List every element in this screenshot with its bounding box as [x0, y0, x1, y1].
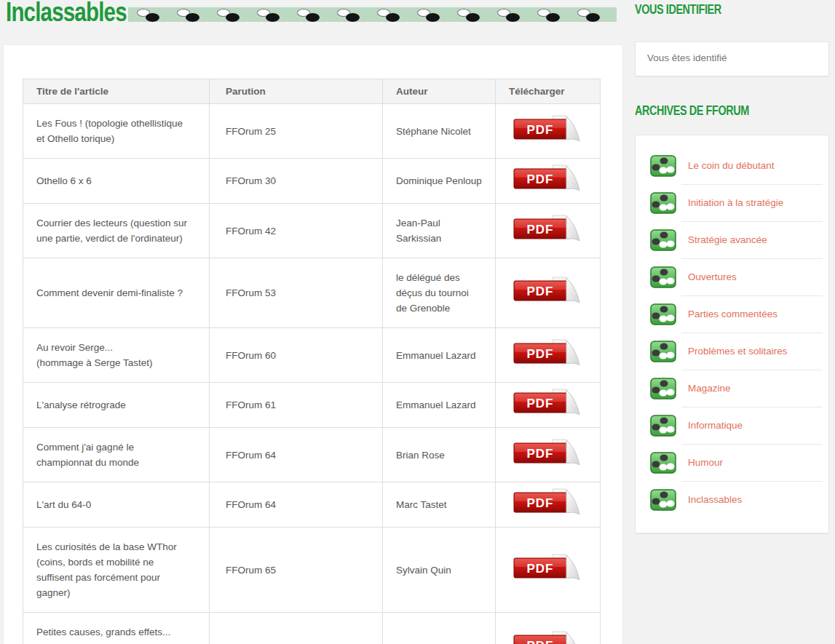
svg-text:PDF: PDF: [527, 347, 554, 361]
archives-list-item[interactable]: Problèmes et solitaires: [650, 333, 828, 370]
archives-list-item[interactable]: Humour: [650, 444, 828, 481]
article-title-cell: Courrier des lecteurs (question sur une …: [23, 204, 210, 258]
othello-board-icon: [650, 415, 676, 437]
othello-discs-strip: [128, 7, 617, 22]
archives-title: ARCHIVES DE FFORUM: [635, 103, 749, 119]
archives-list-item[interactable]: Inclassables: [650, 481, 828, 518]
pdf-file-icon: PDF: [513, 338, 582, 369]
article-parution-cell: FFOrum 61: [210, 383, 383, 428]
svg-text:PDF: PDF: [527, 447, 554, 461]
othello-disc-pair-icon: [257, 7, 282, 22]
pdf-download-button[interactable]: PDF: [513, 213, 582, 245]
archives-link[interactable]: Initiation à la stratégie: [688, 197, 783, 208]
othello-disc-pair-icon: [537, 7, 562, 22]
article-parution-cell: FFOrum 64: [210, 482, 383, 528]
othello-disc-pair-icon: [297, 7, 322, 22]
article-parution-cell: FFOrum 42: [210, 204, 383, 258]
table-row: L'analyse rétrograde FFOrum 61 Emmanuel …: [23, 383, 601, 428]
svg-text:PDF: PDF: [527, 496, 554, 510]
othello-board-icon: [650, 378, 676, 399]
article-author-cell: Marc Tastet: [383, 613, 496, 644]
article-title-cell: Comment devenir demi-finaliste ?: [23, 258, 210, 328]
table-row: Courrier des lecteurs (question sur une …: [23, 204, 601, 258]
article-author-cell: Jean-Paul Sarkissian: [383, 204, 496, 258]
archives-list-item[interactable]: Le coin du débutant: [650, 147, 828, 184]
archives-list-item[interactable]: Initiation à la stratégie: [650, 184, 828, 221]
article-parution-cell: FFOrum 65: [210, 613, 383, 644]
col-header-titre: Titre de l'article: [23, 79, 210, 104]
article-download-cell: PDF: [496, 613, 601, 644]
svg-text:PDF: PDF: [527, 639, 554, 644]
archives-link[interactable]: Ouvertures: [688, 271, 737, 282]
article-parution-cell: FFOrum 53: [210, 258, 383, 328]
article-parution-cell: FFOrum 60: [210, 328, 383, 383]
othello-disc-pair-icon: [137, 7, 162, 22]
article-title-cell: L'art du 64-0: [23, 482, 210, 528]
articles-table: Titre de l'article Parution Auteur Téléc…: [23, 79, 601, 644]
othello-board-icon: [650, 341, 676, 362]
othello-disc-pair-icon: [417, 7, 442, 22]
page-title: Inclassables: [6, 0, 127, 28]
archives-link[interactable]: Informatique: [688, 420, 743, 431]
othello-board-icon: [650, 489, 676, 511]
table-header-row: Titre de l'article Parution Auteur Téléc…: [23, 79, 601, 104]
othello-disc-pair-icon: [177, 7, 202, 22]
pdf-download-button[interactable]: PDF: [513, 629, 582, 644]
table-row: Petites causes, grands effets... (Un tou…: [23, 613, 601, 644]
table-row: Comment j'ai gagné le championnat du mon…: [23, 428, 601, 482]
article-author-cell: le délégué des déçus du tournoi de Greno…: [383, 258, 496, 328]
othello-disc-pair-icon: [217, 7, 242, 22]
identify-title: VOUS IDENTIFIER: [635, 1, 721, 17]
svg-text:PDF: PDF: [527, 397, 554, 410]
othello-disc-pair-icon: [497, 7, 522, 22]
archives-link[interactable]: Stratégie avancée: [688, 234, 767, 245]
article-download-cell: PDF: [496, 383, 601, 428]
article-parution-cell: FFOrum 25: [210, 104, 383, 159]
pdf-download-button[interactable]: PDF: [513, 163, 582, 194]
article-download-cell: PDF: [496, 204, 601, 258]
archives-link[interactable]: Inclassables: [688, 494, 742, 505]
pdf-download-button[interactable]: PDF: [513, 387, 582, 418]
pdf-download-button[interactable]: PDF: [513, 275, 582, 306]
article-author-cell: Marc Tastet: [383, 482, 496, 528]
article-author-cell: Emmanuel Lazard: [383, 383, 496, 428]
table-row: Les Fous ! (topologie othellistique et O…: [23, 104, 601, 159]
pdf-download-button[interactable]: PDF: [513, 552, 582, 584]
archives-link[interactable]: Magazine: [688, 383, 731, 394]
article-title-cell: Comment j'ai gagné le championnat du mon…: [23, 428, 210, 482]
archives-link[interactable]: Problèmes et solitaires: [688, 346, 788, 357]
archives-link[interactable]: Parties commentées: [688, 309, 777, 319]
archives-list-item[interactable]: Magazine: [650, 370, 828, 407]
page-root: Inclassables Titre de l'article Parution…: [0, 0, 835, 644]
pdf-download-button[interactable]: PDF: [513, 487, 582, 518]
col-header-parution: Parution: [210, 79, 383, 104]
col-header-telecharger: Télécharger: [496, 79, 601, 104]
svg-text:PDF: PDF: [527, 123, 554, 137]
othello-board-icon: [650, 229, 676, 251]
archives-list-item[interactable]: Ouvertures: [650, 258, 828, 295]
pdf-file-icon: PDF: [513, 437, 582, 469]
articles-table-body: Les Fous ! (topologie othellistique et O…: [23, 104, 601, 644]
pdf-download-button[interactable]: PDF: [513, 114, 582, 145]
article-download-cell: PDF: [496, 258, 601, 328]
othello-board-icon: [650, 303, 676, 325]
article-author-cell: Emmanuel Lazard: [383, 328, 496, 383]
archives-list-item[interactable]: Informatique: [650, 407, 828, 444]
col-header-auteur: Auteur: [383, 79, 496, 104]
article-download-cell: PDF: [496, 482, 601, 528]
article-title-cell: Au revoir Serge... (hommage à Serge Tast…: [23, 328, 210, 383]
article-download-cell: PDF: [496, 428, 601, 482]
archives-link[interactable]: Humour: [688, 457, 723, 468]
pdf-download-button[interactable]: PDF: [513, 338, 582, 369]
archives-link[interactable]: Le coin du débutant: [688, 160, 775, 171]
article-author-cell: Brian Rose: [383, 428, 496, 482]
othello-board-icon: [650, 155, 676, 177]
table-row: Les curiosités de la base WThor (coins, …: [23, 528, 601, 613]
archives-list-item[interactable]: Stratégie avancée: [650, 221, 828, 258]
archives-list-item[interactable]: Parties commentées: [650, 295, 828, 333]
pdf-download-button[interactable]: PDF: [513, 437, 582, 469]
article-download-cell: PDF: [496, 528, 601, 613]
pdf-file-icon: PDF: [513, 487, 582, 518]
othello-board-icon: [650, 452, 676, 474]
othello-board-icon: [650, 192, 676, 214]
